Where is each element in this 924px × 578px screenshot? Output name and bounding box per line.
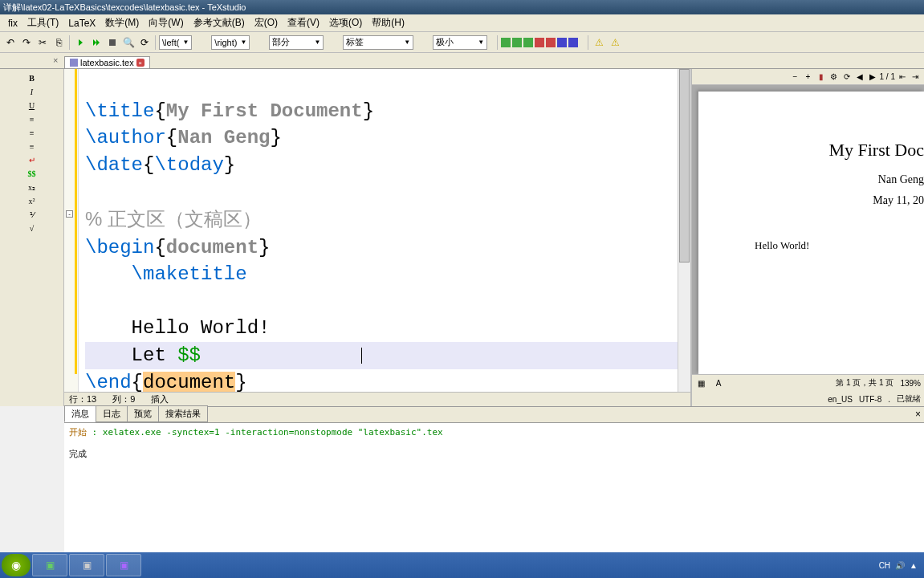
task-btn-1[interactable]: ▣ (32, 554, 67, 576)
menu-bar: fix 工具(T) LaTeX 数学(M) 向导(W) 参考文献(B) 宏(O)… (0, 14, 924, 32)
pdf-page: My First Doc Nan Geng May 11, 20 Hello W… (698, 92, 924, 374)
pv-first-icon[interactable]: ⇤ (897, 71, 908, 83)
redo-button[interactable]: ↷ (19, 35, 34, 50)
message-body[interactable]: 开始 : xelatex.exe -synctex=1 -interaction… (64, 423, 924, 560)
pdf-author: Nan Geng (714, 173, 924, 186)
math-button[interactable]: $$ (26, 168, 39, 179)
right-delim-combo[interactable]: \right)▼ (211, 35, 250, 50)
pdf-preview-pane: − + ▮ ⚙ ⟳ ◀ ▶ 1 / 1 ⇤ ⇥ My First Doc Nan… (691, 69, 924, 406)
preview-toolbar: − + ▮ ⚙ ⟳ ◀ ▶ 1 / 1 ⇤ ⇥ (692, 69, 924, 85)
table-btn4[interactable] (535, 38, 544, 47)
start-button[interactable]: ◉ (2, 554, 31, 576)
bold-button[interactable]: B (26, 72, 39, 83)
pv-minus-icon[interactable]: − (790, 71, 801, 83)
tray-up-icon[interactable]: ▲ (910, 561, 918, 570)
table-btn5[interactable] (546, 38, 556, 47)
build-button[interactable] (89, 35, 104, 50)
pv-prev-icon[interactable]: ◀ (854, 71, 865, 83)
menu-view[interactable]: 查看(V) (283, 14, 324, 31)
align-center-button[interactable]: ≡ (26, 127, 39, 138)
pv-next-icon[interactable]: ▶ (867, 71, 878, 83)
cut-button[interactable]: ✂ (35, 35, 50, 50)
left-delim-combo[interactable]: \left(▼ (159, 35, 192, 50)
pv-pages: 第 1 页，共 1 页 (836, 377, 893, 389)
menu-bib[interactable]: 参考文献(B) (189, 14, 250, 31)
windows-taskbar: ◉ ▣ ▣ ▣ CH 🔊 ▲ (0, 552, 924, 578)
pv-zoom: 139% (900, 379, 921, 388)
menu-latex[interactable]: LaTeX (63, 16, 100, 31)
tab-label: latexbasic.tex (80, 58, 134, 67)
pv-enc: UTF-8 (859, 395, 881, 404)
code-editor[interactable]: - \title{My First Document} \author{Nan … (64, 69, 690, 392)
pv-book-icon[interactable]: ▮ (816, 71, 827, 83)
menu-math[interactable]: 数学(M) (100, 14, 144, 31)
align-left-button[interactable]: ≡ (26, 113, 39, 124)
pdf-viewport[interactable]: My First Doc Nan Geng May 11, 20 Hello W… (692, 85, 924, 374)
panel-close-icon[interactable]: × (53, 55, 58, 65)
editor-scrollbar[interactable] (678, 69, 690, 392)
sup-button[interactable]: x² (26, 195, 39, 206)
menu-macro[interactable]: 宏(O) (250, 14, 283, 31)
pv-refresh-icon[interactable]: ⟳ (841, 71, 853, 83)
label-combo[interactable]: 标签▼ (343, 35, 413, 50)
build-run-button[interactable] (73, 35, 88, 50)
msg-tab-messages[interactable]: 消息 (64, 405, 96, 422)
menu-fix[interactable]: fix (3, 16, 22, 31)
warn-icon[interactable]: ⚠ (592, 35, 606, 50)
section-combo[interactable]: 部分▼ (269, 35, 324, 50)
sqrt-button[interactable]: √ (26, 222, 39, 234)
sub-button[interactable]: x₂ (26, 181, 39, 193)
undo-button[interactable]: ↶ (3, 35, 18, 50)
menu-options[interactable]: 选项(O) (324, 14, 367, 31)
view-button[interactable]: 🔍 (121, 35, 136, 50)
table-btn6[interactable] (557, 38, 567, 47)
msg-tab-preview[interactable]: 预览 (127, 405, 159, 422)
fold-toggle[interactable]: - (66, 210, 73, 218)
pv-page-number: 1 / 1 (880, 72, 895, 81)
table-btn1[interactable] (501, 38, 511, 47)
warn2-icon[interactable]: ⚠ (608, 35, 622, 50)
system-tray[interactable]: CH 🔊 ▲ (879, 561, 922, 570)
pdf-body: Hello World! (755, 239, 924, 252)
frac-button[interactable]: ⅟ (26, 209, 39, 220)
menu-wizard[interactable]: 向导(W) (144, 14, 188, 31)
message-panel: 消息 日志 预览 搜索结果 × 开始 : xelatex.exe -syncte… (64, 406, 924, 560)
stop-button[interactable] (105, 35, 120, 50)
pv-last-icon[interactable]: ⇥ (910, 71, 921, 83)
pv-lang: en_US (828, 395, 853, 404)
table-btn3[interactable] (523, 38, 533, 47)
msg-tab-search[interactable]: 搜索结果 (158, 405, 208, 422)
table-btn2[interactable] (512, 38, 522, 47)
task-btn-2[interactable]: ▣ (69, 554, 104, 576)
fold-gutter: - (64, 69, 79, 392)
file-icon (70, 59, 78, 67)
table-btn7[interactable] (568, 38, 578, 47)
pv-config-icon[interactable]: ⚙ (828, 71, 840, 83)
tray-ime[interactable]: CH (879, 561, 890, 570)
newline-button[interactable]: ↵ (26, 154, 39, 165)
editor-status-bar: 行：13 列：9 插入 (64, 392, 690, 406)
tab-close-icon[interactable]: × (136, 59, 145, 67)
file-tab[interactable]: latexbasic.tex × (64, 56, 150, 68)
underline-button[interactable]: U (26, 100, 39, 111)
tray-sound-icon[interactable]: 🔊 (895, 561, 905, 570)
refresh-button[interactable]: ⟳ (137, 35, 152, 50)
pv-ficon1[interactable]: ▦ (695, 377, 706, 389)
preview-status: ▦ A 第 1 页，共 1 页 139% en_US UTF-8 . 已就绪 (692, 374, 924, 406)
pv-ficon2[interactable]: A (713, 377, 724, 389)
copy-button[interactable]: ⎘ (51, 35, 66, 50)
pdf-date: May 11, 20 (714, 194, 924, 207)
pv-plus-icon[interactable]: + (803, 71, 814, 83)
msg-tab-log[interactable]: 日志 (96, 405, 128, 422)
align-right-button[interactable]: ≡ (26, 140, 39, 152)
left-toolbar: B I U ≡ ≡ ≡ ↵ $$ x₂ x² ⅟ √ (0, 69, 64, 406)
editor-pane: - \title{My First Document} \author{Nan … (64, 69, 691, 406)
window-title: 详解\latex02-LaTeXBasics\texcodes\latexbas… (0, 0, 924, 14)
pv-dot: . (888, 395, 890, 404)
tiny-combo[interactable]: 极小▼ (433, 35, 487, 50)
italic-button[interactable]: I (26, 86, 39, 97)
msg-close-icon[interactable]: × (915, 409, 921, 420)
menu-help[interactable]: 帮助(H) (367, 14, 409, 31)
menu-tools[interactable]: 工具(T) (22, 14, 63, 31)
task-btn-3[interactable]: ▣ (106, 554, 141, 576)
